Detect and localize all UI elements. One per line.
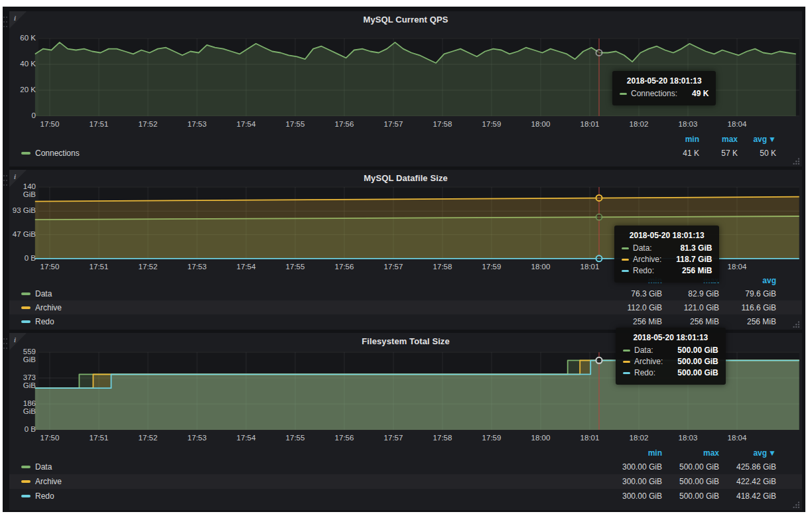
- x-tick-label: 17:55: [281, 120, 310, 128]
- info-icon[interactable]: i: [14, 336, 16, 344]
- y-tick-label: 559 GiB: [9, 348, 36, 363]
- panel-resize-handle[interactable]: [793, 158, 799, 164]
- series-color-swatch: [21, 292, 31, 295]
- panel-title[interactable]: MySQL Current QPS: [9, 15, 802, 25]
- stat-avg-value: 50 K: [744, 149, 776, 158]
- stat-max-value: 500.00 GiB: [666, 491, 719, 501]
- legend-series-toggle[interactable]: Archive: [9, 303, 605, 312]
- panel-resize-handle[interactable]: [793, 501, 799, 508]
- sort-by-min[interactable]: min: [667, 135, 699, 144]
- stat-avg-value: 256 MiB: [723, 317, 776, 326]
- legend-series-toggle[interactable]: Archive: [9, 477, 605, 486]
- stat-avg-value: 418.42 GiB: [723, 491, 776, 501]
- tooltip-series-value: 500.00 GiB: [677, 368, 718, 377]
- qps-tooltip: 2018-05-20 18:01:13 Connections:49 K: [612, 71, 716, 105]
- x-tick-label: 17:54: [232, 120, 261, 128]
- x-tick-label: 18:02: [624, 120, 653, 128]
- tooltip-series-value: 49 K: [692, 89, 709, 98]
- x-tick-label: 17:55: [281, 434, 310, 442]
- x-tick-label: 17:56: [330, 263, 359, 271]
- legend-series-toggle[interactable]: Connections: [9, 149, 661, 158]
- tooltip-series-value: 81.3 GiB: [680, 243, 712, 253]
- tooltip-series-label: Redo:: [633, 266, 654, 275]
- info-icon[interactable]: i: [14, 172, 16, 180]
- stat-avg-value: 116.6 GiB: [723, 303, 776, 312]
- tooltip-series-value: 500.00 GiB: [677, 357, 718, 366]
- x-tick-label: 17:52: [133, 120, 163, 128]
- x-tick-label: 18:02: [624, 434, 653, 442]
- x-tick-label: 17:59: [477, 434, 506, 442]
- legend-series-toggle[interactable]: Redo: [9, 317, 605, 326]
- panel-mysql-datafile-size: i MySQL Datafile Size 0 B47 GiB93 GiB140…: [9, 170, 802, 330]
- series-name: Redo: [35, 317, 54, 326]
- sort-by-max[interactable]: max: [666, 448, 719, 458]
- legend-row-data: Data76.3 GiB82.9 GiB79.6 GiB: [9, 287, 802, 300]
- legend-stats-header: minmaxavg▼: [605, 448, 776, 458]
- stat-min-value: 300.00 GiB: [609, 462, 662, 472]
- x-tick-label: 17:50: [35, 120, 64, 128]
- panel-resize-handle[interactable]: [793, 321, 799, 328]
- series-name: Archive: [35, 303, 62, 312]
- series-color-swatch: [620, 93, 627, 95]
- y-tick-label: 40 K: [9, 60, 36, 68]
- x-tick-label: 17:54: [232, 263, 261, 271]
- stat-avg-value: 425.86 GiB: [723, 462, 776, 472]
- stat-min-value: 300.00 GiB: [609, 491, 662, 501]
- series-color-swatch: [21, 320, 31, 323]
- sort-by-avg[interactable]: avg▼: [744, 135, 776, 144]
- tooltip-series-row: Redo:256 MiB: [622, 266, 712, 275]
- tooltip-series-row: Data:81.3 GiB: [622, 243, 712, 253]
- x-tick-label: 17:57: [379, 120, 408, 128]
- series-name: Data: [35, 462, 52, 472]
- x-tick-label: 17:58: [428, 263, 457, 271]
- y-tick-label: 0 B: [9, 425, 36, 433]
- x-tick-label: 17:53: [182, 120, 212, 128]
- tooltip-timestamp: 2018-05-20 18:01:13: [622, 231, 712, 240]
- series-color-swatch: [623, 372, 630, 374]
- x-tick-label: 18:00: [526, 120, 555, 128]
- legend-series-toggle[interactable]: Data: [9, 462, 605, 472]
- tooltip-series-row: Archive:118.7 GiB: [622, 255, 712, 264]
- legend-series-toggle[interactable]: Data: [9, 289, 605, 298]
- x-tick-label: 17:53: [182, 263, 212, 271]
- x-tick-label: 18:03: [673, 120, 703, 128]
- sort-by-avg[interactable]: avg▼: [723, 448, 776, 458]
- legend-row-archive: Archive112.0 GiB121.0 GiB116.6 GiB: [9, 300, 802, 314]
- x-tick-label: 18:00: [526, 263, 555, 271]
- panel-drag-handle[interactable]: [3, 175, 7, 187]
- series-color-swatch: [622, 270, 629, 272]
- stat-min-value: 76.3 GiB: [609, 289, 662, 298]
- tooltip-series-row: Connections:49 K: [620, 89, 709, 98]
- series-name: Data: [35, 289, 52, 298]
- tooltip-series-value: 118.7 GiB: [676, 255, 712, 264]
- x-tick-label: 17:55: [281, 263, 310, 271]
- panel-drag-handle[interactable]: [3, 338, 7, 350]
- x-tick-label: 18:01: [575, 263, 604, 271]
- sort-by-min[interactable]: min: [609, 448, 662, 458]
- stat-max-value: 256 MiB: [666, 317, 719, 326]
- legend-series-toggle[interactable]: Redo: [9, 491, 605, 501]
- sort-by-avg[interactable]: avg: [723, 276, 776, 285]
- x-tick-label: 18:04: [722, 263, 752, 271]
- info-icon[interactable]: i: [14, 14, 16, 22]
- x-tick-label: 17:51: [84, 120, 113, 128]
- panel-drag-handle[interactable]: [3, 17, 7, 29]
- stat-min-value: 41 K: [667, 149, 699, 158]
- y-tick-label: 93 GiB: [9, 206, 36, 214]
- tooltip-series-row: Redo:500.00 GiB: [623, 368, 718, 377]
- tooltip-series-value: 500.00 GiB: [677, 346, 718, 355]
- x-tick-label: 17:52: [133, 434, 163, 442]
- series-color-swatch: [21, 152, 31, 155]
- stat-avg-value: 79.6 GiB: [723, 289, 776, 298]
- y-tick-label: 140 GiB: [9, 182, 36, 198]
- datafile-tooltip: 2018-05-20 18:01:13 Data:81.3 GiBArchive…: [614, 226, 719, 283]
- sort-by-max[interactable]: max: [706, 135, 738, 144]
- panel-title[interactable]: MySQL Datafile Size: [9, 173, 802, 183]
- series-color-swatch: [21, 495, 31, 497]
- sort-caret-icon: ▼: [768, 135, 776, 144]
- stat-max-value: 57 K: [706, 149, 738, 158]
- legend-row-archive: Archive300.00 GiB500.00 GiB422.42 GiB: [9, 474, 802, 489]
- x-tick-label: 18:04: [722, 434, 752, 442]
- stat-max-value: 82.9 GiB: [666, 289, 719, 298]
- series-color-swatch: [21, 480, 31, 483]
